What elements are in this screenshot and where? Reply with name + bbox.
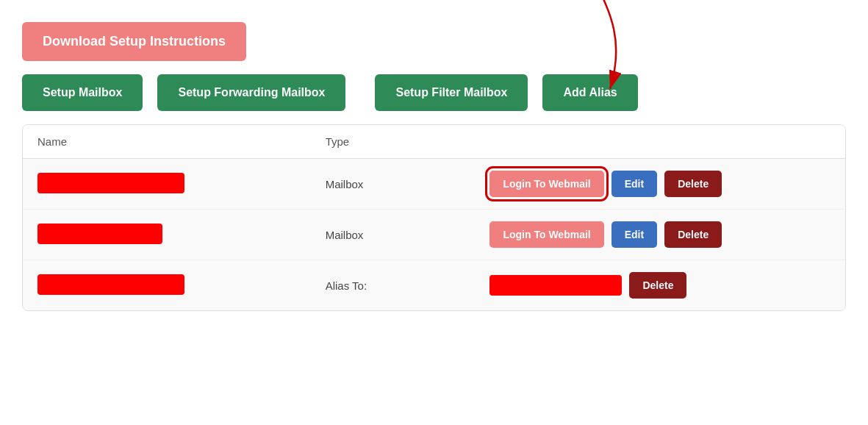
table-row: Alias To: Delete — [23, 260, 845, 311]
mailbox-table: Name Type Mailbox Login To Webmail Edit — [23, 125, 845, 310]
row-3-name-bar — [37, 274, 184, 295]
top-section: Download Setup Instructions — [22, 22, 846, 61]
table-row: Mailbox Login To Webmail Edit Delete — [23, 210, 845, 260]
edit-button-2[interactable]: Edit — [611, 221, 657, 248]
row-1-actions-cell: Login To Webmail Edit Delete — [475, 159, 845, 210]
row-2-name-cell — [23, 210, 311, 260]
setup-forwarding-button[interactable]: Setup Forwarding Mailbox — [157, 74, 345, 111]
table-header-row: Name Type — [23, 125, 845, 159]
delete-button-1[interactable]: Delete — [664, 171, 722, 197]
download-setup-button[interactable]: Download Setup Instructions — [22, 22, 246, 61]
row-3-type-cell: Alias To: — [311, 260, 476, 311]
row-3-alias-value-bar — [489, 275, 622, 296]
row-3-name-cell — [23, 260, 311, 311]
column-header-type: Type — [311, 125, 476, 159]
action-buttons-bar: Setup Mailbox Setup Forwarding Mailbox S… — [22, 74, 846, 111]
add-alias-button[interactable]: Add Alias — [542, 74, 637, 111]
mailbox-table-container: Name Type Mailbox Login To Webmail Edit — [22, 124, 846, 311]
column-header-actions — [475, 125, 845, 159]
row-2-name-bar — [37, 224, 162, 244]
login-webmail-button-2[interactable]: Login To Webmail — [489, 221, 603, 248]
row-2-type-cell: Mailbox — [311, 210, 476, 260]
row-1-name-bar — [37, 173, 184, 193]
row-2-actions-cell: Login To Webmail Edit Delete — [475, 210, 845, 260]
setup-filter-button[interactable]: Setup Filter Mailbox — [375, 74, 528, 111]
row-1-type-cell: Mailbox — [311, 159, 476, 210]
page-container: Download Setup Instructions Setup Mailbo… — [22, 22, 846, 311]
delete-button-2[interactable]: Delete — [664, 221, 722, 248]
setup-mailbox-button[interactable]: Setup Mailbox — [22, 74, 143, 111]
row-1-name-cell — [23, 159, 311, 210]
table-row: Mailbox Login To Webmail Edit Delete — [23, 159, 845, 210]
row-3-actions-cell: Delete — [475, 260, 845, 311]
edit-button-1[interactable]: Edit — [611, 171, 657, 197]
delete-button-3[interactable]: Delete — [629, 272, 686, 299]
column-header-name: Name — [23, 125, 311, 159]
login-webmail-button-1[interactable]: Login To Webmail — [489, 171, 603, 197]
